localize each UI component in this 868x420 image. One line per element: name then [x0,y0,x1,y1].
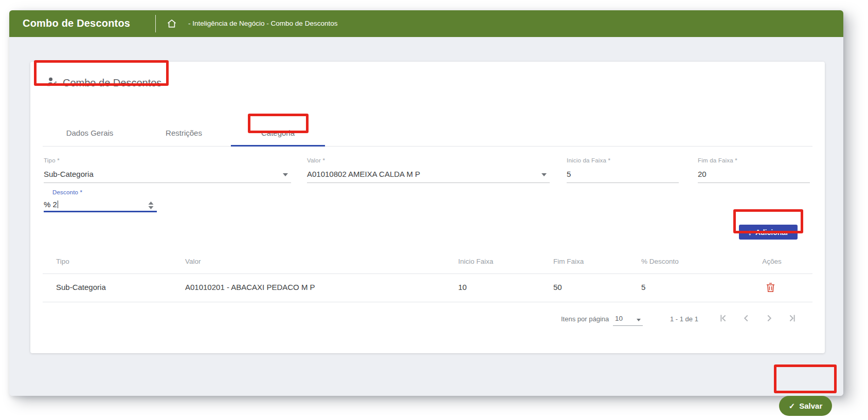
form-card: Combo de Descontos Dados Gerais Restriçõ… [30,62,825,353]
last-page-icon[interactable] [785,311,800,326]
chevron-down-icon [541,173,547,176]
home-icon[interactable] [167,19,177,29]
page-size-select[interactable]: 10 [613,313,643,326]
col-valor: Valor [185,258,201,265]
desconto-value: % 2 [44,200,58,209]
arrow-down-icon: ↓ [748,228,752,236]
tipo-value: Sub-Categoria [44,170,94,178]
valor-value: A01010802 AMEIXA CALDA M P [307,170,420,178]
col-fim-faixa: Fim Faixa [553,258,584,265]
cell-desconto: 5 [641,283,645,291]
text-cursor [58,200,59,208]
fim-value: 20 [698,170,707,178]
field-underline [567,182,679,183]
table-row: Sub-Categoria A01010201 - ABACAXI PEDACO… [43,274,812,302]
adicionar-label: Adicionar [755,228,789,236]
page: Combo de Descontos - Inteligência de Neg… [0,0,868,420]
desconto-input[interactable]: Desconto * % 2 [44,189,157,212]
content-area: Combo de Descontos Dados Gerais Restriçõ… [9,37,843,396]
chevron-down-icon [283,173,288,176]
app-header: Combo de Descontos - Inteligência de Neg… [9,10,843,37]
cell-fim: 50 [553,283,562,291]
cell-tipo: Sub-Categoria [56,283,106,291]
inicio-da-faixa-input[interactable]: Inicio da Faixa * 5 [567,157,679,183]
tab-restricoes[interactable]: Restrições [137,119,231,146]
valor-label: Valor * [307,157,325,163]
person-edit-icon [46,76,58,90]
field-underline [698,182,810,183]
fim-da-faixa-input[interactable]: Fim da Faixa * 20 [698,157,810,183]
tab-categoria[interactable]: Categoria [231,119,325,146]
field-underline [307,182,550,183]
number-stepper-icon[interactable] [148,202,154,209]
breadcrumb: - Inteligência de Negócio - Combo de Des… [188,20,337,27]
app-title: Combo de Descontos [23,17,130,29]
col-inicio-faixa: Inicio Faixa [458,258,493,265]
trash-icon[interactable] [764,282,777,295]
inicio-label: Inicio da Faixa * [567,157,610,163]
page-range-label: 1 - 1 de 1 [670,315,698,323]
header-divider [155,15,156,32]
col-desconto: % Desconto [641,258,679,265]
previous-page-icon[interactable] [738,311,754,326]
fim-label: Fim da Faixa * [698,157,737,163]
cell-inicio: 10 [458,283,467,291]
salvar-label: Salvar [799,401,822,410]
items-per-page-label: Itens por página [561,315,609,323]
tipo-select[interactable]: Tipo * Sub-Categoria [44,157,291,183]
cell-valor: A01010201 - ABACAXI PEDACO M P [185,283,315,291]
col-tipo: Tipo [56,258,69,265]
app-window: Combo de Descontos - Inteligência de Neg… [9,10,843,396]
tab-bar: Dados Gerais Restrições Categoria [43,119,812,147]
table-header-row: Tipo Valor Inicio Faixa Fim Faixa % Desc… [43,251,812,274]
tipo-label: Tipo * [44,157,60,163]
inicio-value: 5 [567,170,571,178]
tab-dados-gerais[interactable]: Dados Gerais [43,119,137,146]
card-title-row: Combo de Descontos [46,76,161,90]
card-title: Combo de Descontos [63,77,161,89]
desconto-label: Desconto * [52,189,82,195]
focused-field-underline [44,211,157,212]
field-underline [44,182,291,183]
check-icon: ✓ [789,401,795,411]
first-page-icon[interactable] [715,311,731,326]
salvar-button[interactable]: ✓ Salvar [779,396,832,416]
page-size-value: 10 [615,315,623,322]
paginator: Itens por página 10 1 - 1 de 1 [43,302,812,333]
active-tab-indicator [231,145,325,147]
next-page-icon[interactable] [762,311,777,326]
adicionar-button[interactable]: ↓ Adicionar [739,225,798,240]
valor-select[interactable]: Valor * A01010802 AMEIXA CALDA M P [307,157,550,183]
chevron-down-icon [637,319,641,321]
col-acoes: Ações [745,258,799,265]
